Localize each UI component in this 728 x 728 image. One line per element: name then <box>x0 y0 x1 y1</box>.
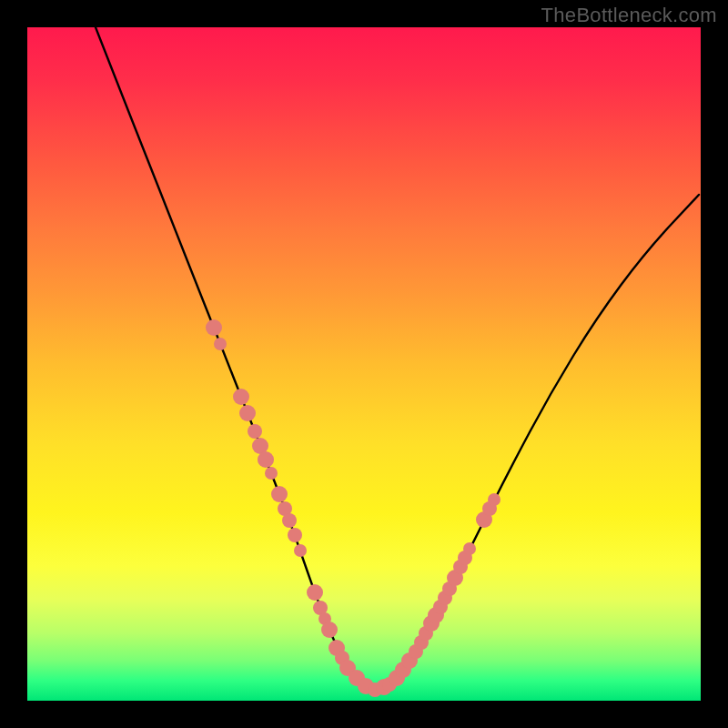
curve-dots <box>206 319 500 697</box>
plot-area <box>27 27 701 701</box>
bottleneck-curve-svg <box>27 27 701 701</box>
curve-dot <box>206 319 222 336</box>
curve-dot <box>214 338 227 350</box>
watermark-label: TheBottleneck.com <box>541 4 717 27</box>
curve-dot <box>248 424 262 439</box>
curve-dot <box>271 486 288 502</box>
curve-dot <box>488 493 500 506</box>
bottleneck-curve <box>96 27 699 688</box>
curve-dot <box>282 513 297 528</box>
curve-dot <box>239 405 256 421</box>
curve-dot <box>288 528 302 542</box>
curve-dot <box>233 389 249 405</box>
curve-dot <box>294 544 307 557</box>
curve-dot <box>265 467 278 480</box>
curve-dot <box>258 451 274 468</box>
curve-dot <box>307 584 323 601</box>
chart-frame: TheBottleneck.com <box>0 0 728 728</box>
curve-dot <box>321 622 338 638</box>
curve-dot <box>463 542 476 555</box>
